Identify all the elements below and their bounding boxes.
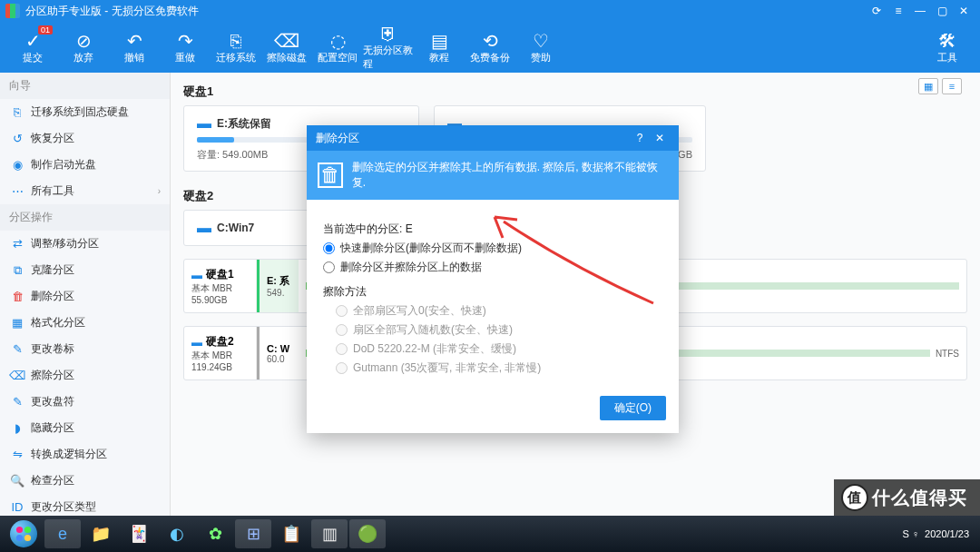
- toolbar-icon: ◌: [330, 31, 346, 51]
- sidebar-item[interactable]: ◗隐藏分区: [0, 415, 170, 441]
- chevron-right-icon: ›: [158, 186, 161, 196]
- refresh-button[interactable]: ⟳: [866, 5, 887, 17]
- wipe-method-label: 擦除方法: [323, 284, 662, 300]
- taskbar-explorer[interactable]: 📁: [83, 519, 119, 548]
- sidebar-icon: ⇄: [9, 237, 25, 251]
- delete-partition-dialog: 删除分区 ? ✕ 🗑 删除选定的分区并擦除其上的所有数据. 擦除后, 数据将不能…: [307, 125, 679, 433]
- minimize-button[interactable]: —: [909, 5, 931, 17]
- ok-button[interactable]: 确定(O): [600, 396, 666, 420]
- sidebar-item[interactable]: ⋯所有工具›: [0, 178, 170, 204]
- toolbar-6[interactable]: ◌配置空间: [312, 25, 363, 69]
- tools-icon: 🛠: [938, 31, 956, 51]
- sidebar-item[interactable]: ⎘迁移系统到固态硬盘: [0, 99, 170, 125]
- disk1-label: 硬盘1: [183, 84, 967, 100]
- toolbar-icon: ♡: [533, 31, 549, 51]
- fs-label: NTFS: [936, 349, 959, 359]
- sidebar-item[interactable]: ⇄调整/移动分区: [0, 231, 170, 257]
- sidebar-icon: ⌫: [9, 369, 25, 382]
- radio-wipe-option: 全部扇区写入0(安全、快速): [336, 303, 662, 319]
- sidebar-item[interactable]: ▦格式化分区: [0, 310, 170, 336]
- toolbar-0[interactable]: 01✓提交: [7, 25, 58, 69]
- svg-point-2: [16, 535, 23, 541]
- sidebar-icon: ⧉: [9, 263, 25, 278]
- watermark: 值 什么值得买: [834, 479, 980, 516]
- sidebar-icon: ⎘: [9, 105, 25, 119]
- dialog-titlebar: 删除分区 ? ✕: [307, 125, 679, 151]
- watermark-text: 什么值得买: [872, 486, 967, 510]
- taskbar-app-5[interactable]: 📋: [273, 519, 309, 548]
- system-tray[interactable]: S ♀ 2020/1/23: [902, 528, 976, 540]
- toolbar-1[interactable]: ⊘放弃: [58, 25, 109, 69]
- taskbar-app-4[interactable]: ⊞: [235, 519, 271, 548]
- tray-clock[interactable]: 2020/1/23: [925, 528, 969, 540]
- radio-wipe-option: DoD 5220.22-M (非常安全、缓慢): [336, 341, 662, 357]
- toolbar-10[interactable]: ♡赞助: [515, 25, 566, 69]
- radio-wipe-option: Gutmann (35次覆写, 非常安全, 非常慢): [336, 360, 662, 376]
- taskbar: e 📁 🃏 ◐ ✿ ⊞ 📋 ▥ 🟢 S ♀ 2020/1/23: [0, 516, 980, 552]
- toolbar-9[interactable]: ⟲免费备份: [465, 25, 515, 69]
- maximize-button[interactable]: ▢: [931, 5, 953, 17]
- taskbar-app-6[interactable]: ▥: [311, 519, 348, 548]
- sidebar-item[interactable]: 🗑删除分区: [0, 283, 170, 310]
- sidebar-item[interactable]: ⇋转换成逻辑分区: [0, 441, 170, 468]
- toolbar-7[interactable]: ⛨无损分区教程: [363, 25, 414, 69]
- partition-name: E:系统保留: [217, 116, 271, 132]
- toolbar-3[interactable]: ↷重做: [160, 25, 211, 69]
- toolbar-icon: ↶: [127, 31, 142, 51]
- watermark-icon: 值: [843, 486, 867, 509]
- start-button[interactable]: [5, 519, 43, 548]
- sidebar-icon: ID: [9, 500, 25, 514]
- toolbar-5[interactable]: ⌫擦除磁盘: [261, 25, 312, 69]
- app-logo-icon: [5, 4, 20, 18]
- partition-name: C:Win7: [217, 222, 254, 234]
- view-grid-button[interactable]: ▦: [918, 78, 938, 94]
- sidebar-item[interactable]: ✎更改盘符: [0, 389, 170, 415]
- sidebar-item[interactable]: ◉制作启动光盘: [0, 152, 170, 178]
- toolbar-icon: ↷: [178, 31, 193, 51]
- current-partition-label: 当前选中的分区: E: [323, 222, 662, 237]
- dialog-close-button[interactable]: ✕: [650, 132, 670, 144]
- toolbar-icon: ⟲: [483, 31, 498, 51]
- taskbar-app-2[interactable]: ◐: [159, 519, 195, 548]
- usage-bar: [197, 137, 234, 143]
- tray-icons[interactable]: S ♀: [902, 528, 919, 539]
- dialog-title: 删除分区: [316, 131, 359, 146]
- sidebar-group-guide: 向导: [0, 73, 170, 99]
- toolbar-4[interactable]: ⎘迁移系统: [211, 25, 261, 69]
- taskbar-partition-assistant[interactable]: 🟢: [349, 519, 386, 548]
- sidebar-icon: ▦: [9, 316, 25, 330]
- menu-button[interactable]: ≡: [887, 5, 909, 17]
- sidebar-icon: ◗: [9, 421, 25, 435]
- sidebar-icon: ⇋: [9, 448, 25, 461]
- drive-icon: ▬: [197, 115, 211, 132]
- window-title: 分区助手专业版 - 无损分区免费软件: [25, 4, 199, 19]
- taskbar-app-1[interactable]: 🃏: [121, 519, 157, 548]
- taskbar-app-3[interactable]: ✿: [197, 519, 233, 548]
- dialog-banner: 🗑 删除选定的分区并擦除其上的所有数据. 擦除后, 数据将不能被恢复.: [307, 151, 679, 200]
- dialog-help-button[interactable]: ?: [630, 132, 650, 144]
- radio-quick-delete[interactable]: 快速删除分区(删除分区而不删除数据): [323, 241, 662, 256]
- toolbar-icon: ▤: [431, 31, 448, 51]
- toolbar-8[interactable]: ▤教程: [414, 25, 465, 69]
- dialog-banner-text: 删除选定的分区并擦除其上的所有数据. 擦除后, 数据将不能被恢复.: [352, 160, 668, 191]
- sidebar-item[interactable]: ✎更改卷标: [0, 336, 170, 362]
- toolbar-2[interactable]: ↶撤销: [109, 25, 160, 69]
- sidebar-item[interactable]: ID更改分区类型: [0, 494, 170, 516]
- toolbar-icon: ⊘: [76, 31, 92, 51]
- sidebar-item[interactable]: ↺恢复分区: [0, 125, 170, 152]
- drive-icon: ▬: [197, 220, 211, 236]
- sidebar-icon: ✎: [9, 395, 25, 409]
- view-list-button[interactable]: ≡: [942, 78, 962, 94]
- sidebar-item[interactable]: ⌫擦除分区: [0, 362, 170, 389]
- sidebar-icon: ↺: [9, 132, 25, 145]
- radio-delete-and-wipe[interactable]: 删除分区并擦除分区上的数据: [323, 260, 662, 275]
- titlebar: 分区助手专业版 - 无损分区免费软件 ⟳ ≡ — ▢ ✕: [0, 0, 980, 22]
- trash-icon: 🗑: [318, 163, 343, 188]
- toolbar-tools[interactable]: 🛠 工具: [922, 25, 973, 69]
- close-button[interactable]: ✕: [953, 5, 975, 17]
- svg-point-0: [16, 527, 23, 533]
- taskbar-ie[interactable]: e: [44, 519, 81, 548]
- sidebar-item[interactable]: ⧉克隆分区: [0, 257, 170, 283]
- sidebar-item[interactable]: 🔍检查分区: [0, 468, 170, 494]
- sidebar-icon: ✎: [9, 342, 25, 356]
